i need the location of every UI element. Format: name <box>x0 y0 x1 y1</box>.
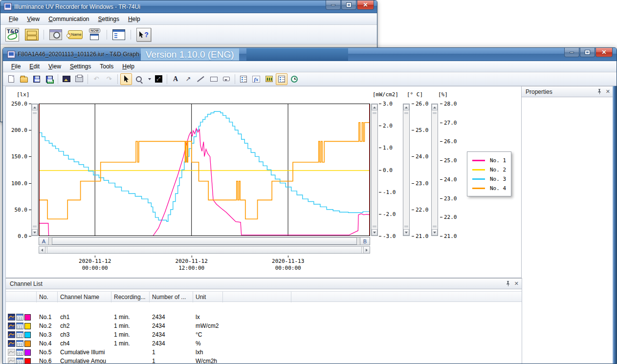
minimize-button[interactable] <box>326 0 341 10</box>
graph-toggle-icon[interactable] <box>8 322 15 329</box>
table-view-icon[interactable] <box>16 358 23 364</box>
maximize-button[interactable] <box>341 0 356 10</box>
column-header[interactable] <box>6 292 37 302</box>
marker-a-handle[interactable]: A <box>39 237 49 245</box>
recorder-titlebar[interactable]: Illuminance UV Recorder for Windows - TR… <box>0 0 377 13</box>
table-row[interactable]: No.6Cumulative Amou1W/cm2h <box>6 357 522 364</box>
tdgraph-titlebar[interactable]: F80A1A46_20201113_101126.iur - T&D Graph… <box>3 48 617 61</box>
fit-view-icon[interactable]: ⤢ <box>153 73 164 85</box>
redo-icon[interactable]: ↷ <box>103 73 115 85</box>
menu-communication[interactable]: Communication <box>44 14 93 24</box>
device-search-icon[interactable] <box>46 26 66 43</box>
new-document-icon[interactable] <box>5 73 17 85</box>
scroll-up-button[interactable] <box>403 104 409 110</box>
tandd-logo-icon[interactable]: T&D <box>2 26 22 43</box>
table-view-icon[interactable] <box>16 314 23 321</box>
pin-icon[interactable] <box>506 281 510 286</box>
table-row[interactable]: No.5Cumulative Illumi1lxh <box>6 348 522 357</box>
plot-canvas[interactable] <box>39 104 370 236</box>
scroll-left-button[interactable] <box>39 247 45 253</box>
menu-file[interactable]: File <box>7 62 25 71</box>
menu-settings[interactable]: Settings <box>94 14 124 24</box>
text-tool-icon[interactable]: A <box>170 73 181 85</box>
close-button[interactable]: ✕ <box>595 48 613 57</box>
graph-toggle-icon[interactable] <box>8 358 15 364</box>
print-preview-icon[interactable] <box>73 73 85 85</box>
context-help-icon[interactable]: ? <box>133 26 154 43</box>
column-header[interactable]: Unit <box>193 292 223 302</box>
table-view-icon[interactable] <box>16 331 23 338</box>
minimize-button[interactable] <box>564 48 579 57</box>
graph-settings-icon[interactable] <box>263 73 275 85</box>
close-button[interactable]: ✕ <box>357 0 374 10</box>
graph-toggle-icon[interactable] <box>8 340 15 347</box>
lx-axis-scrollbar[interactable] <box>31 104 38 236</box>
version-overlay-band <box>246 48 348 61</box>
scroll-down-button[interactable] <box>372 229 377 236</box>
scroll-down-button[interactable] <box>432 229 438 236</box>
table-view-icon[interactable] <box>16 349 23 356</box>
table-view-icon[interactable] <box>16 340 23 347</box>
menu-help[interactable]: Help <box>124 14 145 24</box>
column-header[interactable]: Channel Name <box>58 292 111 302</box>
line-tool-icon[interactable] <box>195 73 207 85</box>
data-list-icon[interactable] <box>276 73 287 85</box>
menu-edit[interactable]: Edit <box>25 62 44 71</box>
menu-view[interactable]: View <box>22 14 44 24</box>
table-row[interactable]: No.1ch11 min.2434lx <box>6 313 522 322</box>
copy-image-icon[interactable] <box>61 73 72 85</box>
graph-toggle-icon[interactable] <box>8 314 15 321</box>
graph-toggle-icon[interactable] <box>8 331 15 338</box>
mw-axis-scrollbar[interactable] <box>371 104 378 236</box>
select-cursor-icon[interactable] <box>120 73 132 85</box>
undo-icon[interactable]: ↶ <box>90 73 102 85</box>
arrow-tool-icon[interactable]: ↗ <box>182 73 194 85</box>
time-settings-icon[interactable] <box>288 73 300 85</box>
scroll-down-button[interactable] <box>32 229 38 236</box>
scroll-up-button[interactable] <box>372 104 377 110</box>
column-header[interactable]: Number of ... <box>150 292 193 302</box>
column-header[interactable]: Recording... <box>111 292 150 302</box>
scroll-down-button[interactable] <box>403 229 409 236</box>
scroll-up-button[interactable] <box>32 104 38 110</box>
c-axis-scrollbar[interactable] <box>403 104 410 236</box>
close-icon[interactable]: ✕ <box>514 280 519 287</box>
save-csv-icon[interactable]: csv <box>44 73 55 85</box>
name-tag-icon[interactable]: *Name <box>66 26 85 43</box>
open-file-icon[interactable] <box>18 73 30 85</box>
menu-help[interactable]: Help <box>118 62 139 71</box>
column-header[interactable]: No. <box>37 292 58 302</box>
menu-view[interactable]: View <box>44 62 66 71</box>
menu-tools[interactable]: Tools <box>95 62 118 71</box>
zoom-icon[interactable] <box>133 73 145 85</box>
menu-file[interactable]: File <box>4 14 22 24</box>
now-table-icon[interactable]: NOW <box>85 26 105 43</box>
table-row[interactable]: No.3ch31 min.2434°C <box>6 331 522 340</box>
time-scrollbar[interactable] <box>39 246 370 254</box>
table-row[interactable]: No.4ch41 min.2434% <box>6 340 522 348</box>
rectangle-tool-icon[interactable] <box>208 73 220 85</box>
ab-range-thumb[interactable] <box>52 237 357 245</box>
table-view-icon[interactable] <box>16 322 23 329</box>
function-icon[interactable]: fx <box>250 73 262 85</box>
balloon-tool-icon[interactable] <box>220 73 232 85</box>
table-icon[interactable] <box>109 26 129 43</box>
pin-icon[interactable] <box>597 89 602 94</box>
time-scrollbar-thumb[interactable] <box>47 247 362 253</box>
marker-b-handle[interactable]: B <box>360 237 370 245</box>
scroll-up-button[interactable] <box>432 104 438 110</box>
zoom-dropdown-icon[interactable] <box>146 73 152 85</box>
menu-settings[interactable]: Settings <box>66 62 95 71</box>
table-row[interactable]: No.2ch21 min.2434mW/cm2 <box>6 322 522 331</box>
close-icon[interactable]: ✕ <box>606 88 610 95</box>
column-header[interactable] <box>223 292 291 302</box>
down-arrow-icon <box>33 232 36 234</box>
channel-list-icon[interactable] <box>238 73 249 85</box>
save-icon[interactable] <box>31 73 43 85</box>
pct-axis-scrollbar[interactable] <box>431 104 438 236</box>
scroll-right-button[interactable] <box>363 247 370 253</box>
maximize-button[interactable] <box>580 48 595 57</box>
file-cabinet-icon[interactable] <box>22 26 42 43</box>
graph-toggle-icon[interactable] <box>8 349 15 356</box>
tick-text: 25.0 <box>416 127 429 133</box>
